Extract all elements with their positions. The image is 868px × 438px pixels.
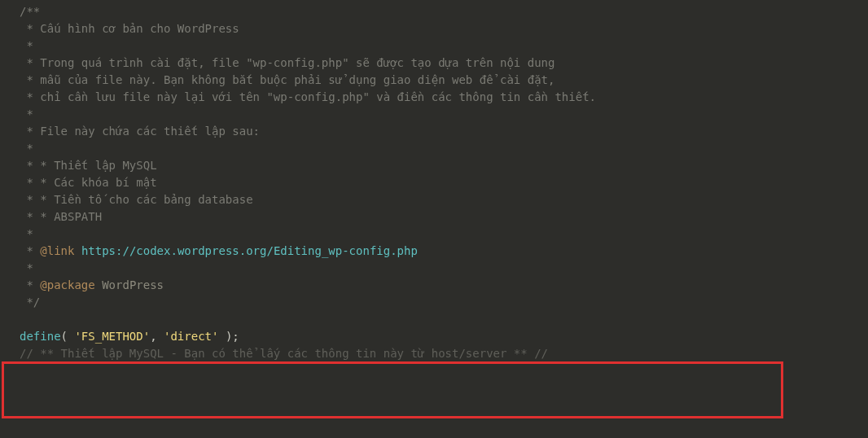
- comment-text: // ** Thiết lập MySQL - Bạn có thể lấy c…: [20, 347, 548, 360]
- code-line[interactable]: * @package WordPress: [20, 277, 868, 294]
- code-line[interactable]: */: [20, 294, 868, 311]
- comment-text: * Cấu hình cơ bản cho WordPress: [20, 22, 239, 35]
- comment-text: * * ABSPATH: [20, 210, 102, 223]
- comment-text: *: [20, 261, 33, 274]
- code-line[interactable]: define( 'FS_METHOD', 'direct' );: [20, 328, 868, 345]
- doc-package-name: WordPress: [102, 278, 164, 291]
- code-line[interactable]: * chỉ cần lưu file này lại với tên "wp-c…: [20, 89, 868, 106]
- string-arg-2: 'direct': [164, 330, 218, 343]
- comment-text: *: [20, 107, 33, 120]
- code-line[interactable]: /**: [20, 3, 868, 20]
- code-line[interactable]: *: [20, 140, 868, 157]
- doc-link-url: https://codex.wordpress.org/Editing_wp-c…: [81, 244, 418, 257]
- comment-text: * Trong quá trình cài đặt, file "wp-conf…: [20, 56, 555, 69]
- keyword-define: define: [20, 330, 61, 343]
- comment-prefix: *: [20, 244, 40, 257]
- code-line[interactable]: *: [20, 260, 868, 277]
- comment-text: * mẫu của file này. Bạn không bắt buộc p…: [20, 73, 555, 86]
- code-line[interactable]: *: [20, 106, 868, 123]
- code-line[interactable]: * * Các khóa bí mật: [20, 174, 868, 191]
- string-arg-1: 'FS_METHOD': [74, 330, 150, 343]
- comment-text: *: [20, 39, 33, 52]
- code-line[interactable]: * mẫu của file này. Bạn không bắt buộc p…: [20, 72, 868, 89]
- code-editor[interactable]: /** * Cấu hình cơ bản cho WordPress * * …: [0, 3, 868, 362]
- comment-text: * * Tiền tố cho các bảng database: [20, 193, 253, 206]
- doc-tag-link: @link: [40, 244, 74, 257]
- comment-text: * chỉ cần lưu file này lại với tên "wp-c…: [20, 90, 596, 103]
- code-line[interactable]: * @link https://codex.wordpress.org/Edit…: [20, 243, 868, 260]
- comma: ,: [150, 330, 164, 343]
- comment-text: *: [20, 142, 33, 155]
- paren-open: (: [61, 330, 75, 343]
- code-line[interactable]: * * Thiết lập MySQL: [20, 157, 868, 174]
- code-line[interactable]: * File này chứa các thiết lập sau:: [20, 123, 868, 140]
- code-line[interactable]: *: [20, 226, 868, 243]
- highlight-annotation-box: [2, 361, 783, 418]
- code-line[interactable]: * Trong quá trình cài đặt, file "wp-conf…: [20, 55, 868, 72]
- comment-text: * * Thiết lập MySQL: [20, 159, 157, 172]
- comment-text: * File này chứa các thiết lập sau:: [20, 125, 260, 138]
- comment-text: * * Các khóa bí mật: [20, 176, 157, 189]
- comment-text: *: [20, 227, 33, 240]
- comment-text: */: [20, 296, 40, 309]
- code-line[interactable]: * * Tiền tố cho các bảng database: [20, 191, 868, 208]
- code-line[interactable]: // ** Thiết lập MySQL - Bạn có thể lấy c…: [20, 345, 868, 362]
- code-line[interactable]: *: [20, 37, 868, 55]
- paren-close: );: [218, 330, 239, 343]
- doc-tag-package: @package: [40, 278, 94, 291]
- code-line[interactable]: [20, 311, 868, 328]
- code-line[interactable]: * Cấu hình cơ bản cho WordPress: [20, 20, 868, 37]
- comment-text: /**: [20, 5, 40, 18]
- comment-prefix: *: [20, 278, 40, 291]
- code-line[interactable]: * * ABSPATH: [20, 208, 868, 226]
